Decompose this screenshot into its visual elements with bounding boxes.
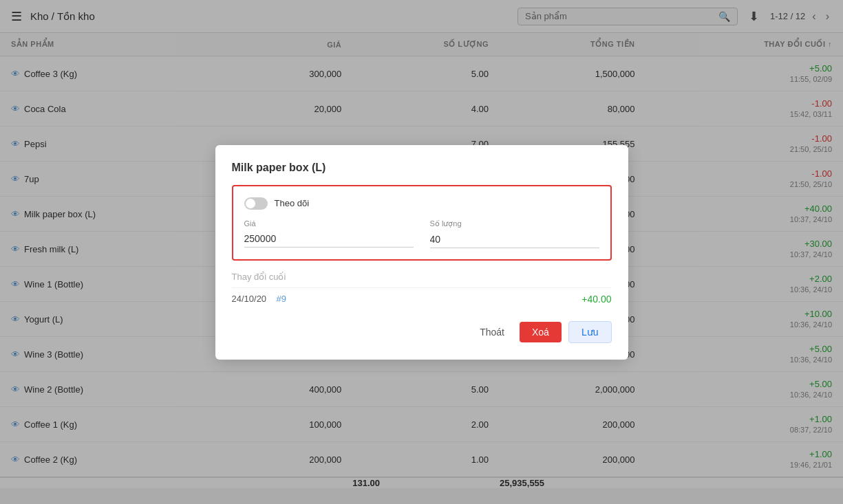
history-change: +40.00 xyxy=(581,294,611,305)
history-date: 24/10/20 xyxy=(232,294,267,304)
qty-field-group: Số lượng xyxy=(430,219,599,248)
toggle-row: Theo dõi xyxy=(244,197,599,210)
modal-overlay: Milk paper box (L) Theo dõi Giá Số lượng xyxy=(0,0,843,488)
price-input[interactable] xyxy=(244,230,414,248)
modal-title: Milk paper box (L) xyxy=(232,162,612,174)
history-row: 24/10/20 #9 +40.00 xyxy=(232,287,612,310)
toggle-knob xyxy=(246,199,255,208)
modal-edit-section: Theo dõi Giá Số lượng xyxy=(232,185,612,261)
toggle-label: Theo dõi xyxy=(275,198,310,208)
price-field-group: Giá xyxy=(244,219,414,248)
history-label: Thay đổi cuối xyxy=(232,272,612,282)
modal-dialog: Milk paper box (L) Theo dõi Giá Số lượng xyxy=(215,145,628,360)
delete-button[interactable]: Xoá xyxy=(520,322,562,342)
theo-doi-toggle[interactable] xyxy=(244,197,268,210)
fields-row: Giá Số lượng xyxy=(244,219,599,248)
modal-actions: Thoát Xoá Lưu xyxy=(232,321,612,343)
qty-label: Số lượng xyxy=(430,219,599,228)
save-button[interactable]: Lưu xyxy=(568,321,612,343)
qty-input[interactable] xyxy=(430,231,599,248)
history-ref: #9 xyxy=(277,294,286,304)
price-label: Giá xyxy=(244,219,414,228)
modal-history-section: Thay đổi cuối 24/10/20 #9 +40.00 xyxy=(232,272,612,310)
cancel-button[interactable]: Thoát xyxy=(471,322,513,342)
